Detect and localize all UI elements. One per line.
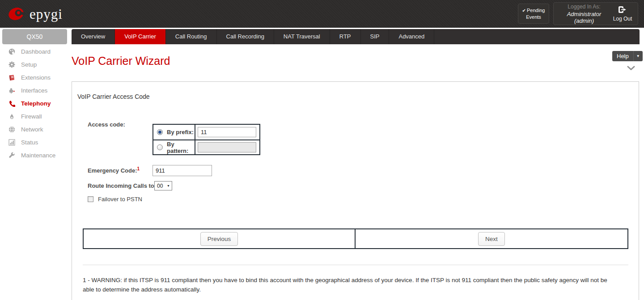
access-code-label: Access code: (88, 121, 125, 128)
dashboard-icon (8, 48, 15, 55)
page-title: VoIP Carrier Wizard (72, 55, 170, 68)
sidebar-item-firewall[interactable]: Firewall (0, 110, 69, 123)
tab-rtp[interactable]: RTP (330, 29, 361, 44)
tab-call-routing[interactable]: Call Routing (166, 29, 217, 44)
section-title: VoIP Carrier Access Code (77, 93, 150, 100)
wizard-buttons-table: Previous Next (83, 228, 628, 249)
sidebar-item-telephony[interactable]: Telephony (0, 97, 69, 110)
select-arrow-icon: ▼ (167, 184, 172, 187)
sidebar-item-status[interactable]: Status (0, 136, 69, 149)
route-incoming-value: 00 (155, 183, 167, 189)
logout-icon (618, 6, 627, 15)
tab-call-recording[interactable]: Call Recording (217, 29, 274, 44)
sidebar-item-maintenance[interactable]: Maintenance (0, 149, 69, 162)
sidebar: Dashboard Setup Extensions Interfaces Te… (0, 45, 69, 300)
footnote-divider (83, 265, 628, 265)
tab-advanced[interactable]: Advanced (389, 29, 434, 44)
logout-button[interactable]: Log Out (611, 6, 634, 22)
top-header: epygi ✔Pending Events Logged In As: Admi… (0, 0, 644, 28)
brand-name: epygi (30, 6, 63, 22)
logged-in-label: Logged In As: (557, 4, 611, 10)
by-pattern-radio[interactable] (157, 144, 163, 150)
flame-icon (8, 113, 15, 120)
login-status-box: Logged In As: Administrator (admin) Log … (553, 2, 638, 25)
epygi-logo-icon (7, 4, 26, 24)
check-icon: ✔ (522, 8, 526, 13)
failover-pstn-checkbox[interactable] (88, 196, 93, 202)
logged-in-info: Logged In As: Administrator (admin) (557, 4, 611, 24)
gear-icon (8, 61, 15, 68)
epygi-logo: epygi (7, 4, 63, 24)
phone-icon (8, 100, 15, 107)
by-prefix-input[interactable] (198, 127, 256, 137)
content-panel (72, 81, 639, 300)
tab-overview[interactable]: Overview (72, 29, 115, 44)
by-pattern-input[interactable] (198, 142, 256, 152)
sidebar-item-network[interactable]: Network (0, 123, 69, 136)
collapse-chevron-icon[interactable] (627, 65, 635, 72)
help-dropdown-arrow-icon[interactable]: ▼ (634, 51, 643, 61)
emergency-code-input[interactable] (153, 165, 212, 176)
logged-in-user: Administrator (admin) (557, 11, 611, 24)
by-prefix-radio[interactable] (157, 129, 163, 135)
connector-icon (8, 87, 15, 94)
by-pattern-row: By pattern: (153, 139, 259, 154)
next-button[interactable]: Next (478, 232, 505, 246)
emergency-code-label: Emergency Code:1 (88, 166, 140, 174)
failover-pstn-label: Failover to PSTN (98, 196, 142, 203)
tab-sip[interactable]: SIP (361, 29, 390, 44)
help-button[interactable]: Help ▼ (612, 51, 643, 61)
help-label: Help (612, 51, 634, 61)
tab-voip-carrier[interactable]: VoIP Carrier (115, 29, 166, 44)
warning-footnote: 1 - WARNING: if this ITSP is 911 complia… (83, 275, 615, 294)
tab-nat-traversal[interactable]: NAT Traversal (274, 29, 330, 44)
by-pattern-label: By pattern: (167, 141, 195, 154)
by-prefix-label: By prefix: (167, 129, 194, 135)
previous-button[interactable]: Previous (200, 232, 238, 246)
pending-events-button[interactable]: ✔Pending Events (518, 4, 549, 24)
bar-chart-icon (8, 139, 15, 146)
route-incoming-select[interactable]: 00 ▼ (154, 181, 172, 190)
sidebar-item-dashboard[interactable]: Dashboard (0, 45, 69, 58)
sidebar-item-extensions[interactable]: Extensions (0, 71, 69, 84)
route-incoming-label: Route Incoming Calls to: (88, 182, 156, 189)
device-model-tab[interactable]: QX50 (2, 29, 67, 44)
globe-icon (8, 126, 15, 133)
access-code-table: By prefix: By pattern: (153, 124, 260, 155)
top-navigation: Overview VoIP Carrier Call Routing Call … (72, 29, 640, 44)
logout-label: Log Out (613, 16, 632, 22)
sidebar-item-interfaces[interactable]: Interfaces (0, 84, 69, 97)
sidebar-item-setup[interactable]: Setup (0, 58, 69, 71)
by-prefix-row: By prefix: (153, 125, 259, 139)
book-icon (8, 74, 15, 81)
wrench-icon (8, 152, 15, 159)
footnote-ref: 1 (137, 166, 140, 171)
